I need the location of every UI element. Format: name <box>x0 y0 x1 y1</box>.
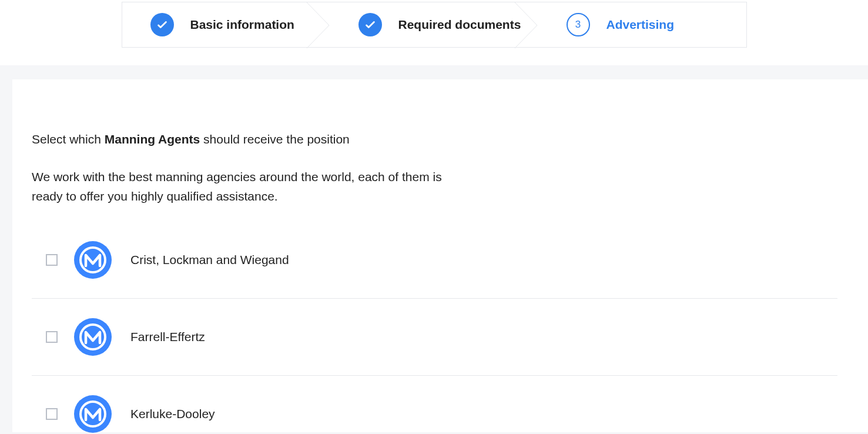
step-number-icon: 3 <box>567 13 590 36</box>
svg-point-0 <box>81 248 105 272</box>
agent-logo-icon <box>74 318 112 356</box>
step-label: Advertising <box>606 18 675 32</box>
main-card: Select which Manning Agents should recei… <box>12 79 868 432</box>
step-basic-information[interactable]: Basic information <box>122 2 330 47</box>
step-number: 3 <box>575 19 581 31</box>
svg-point-1 <box>81 325 105 349</box>
svg-point-2 <box>81 402 105 426</box>
agent-logo-icon <box>74 395 112 433</box>
agent-row[interactable]: Kerluke-Dooley <box>32 376 837 434</box>
step-separator-icon <box>307 2 330 48</box>
stepper-card: Basic information Required documents 3 A… <box>0 0 868 65</box>
agent-checkbox[interactable] <box>46 408 58 420</box>
gap <box>0 65 868 79</box>
intro-suffix: should receive the position <box>200 132 350 146</box>
check-icon <box>358 13 382 36</box>
agent-list: Crist, Lockman and Wiegand Farrell-Effer… <box>32 241 868 434</box>
agent-row[interactable]: Crist, Lockman and Wiegand <box>32 241 837 299</box>
intro-heading: Select which Manning Agents should recei… <box>32 132 868 146</box>
agent-checkbox[interactable] <box>46 254 58 266</box>
agent-logo-icon <box>74 241 112 279</box>
agent-name: Crist, Lockman and Wiegand <box>130 253 289 267</box>
step-advertising[interactable]: 3 Advertising <box>538 2 746 47</box>
step-required-documents[interactable]: Required documents <box>330 2 538 47</box>
intro-description: We work with the best manning agencies a… <box>32 168 455 206</box>
intro-prefix: Select which <box>32 132 105 146</box>
agent-name: Kerluke-Dooley <box>130 407 215 421</box>
step-label: Basic information <box>190 18 294 32</box>
agent-row[interactable]: Farrell-Effertz <box>32 299 837 376</box>
intro-bold: Manning Agents <box>105 132 200 146</box>
check-icon <box>150 13 174 36</box>
stepper: Basic information Required documents 3 A… <box>122 2 747 48</box>
agent-checkbox[interactable] <box>46 331 58 343</box>
agent-name: Farrell-Effertz <box>130 330 205 344</box>
step-label: Required documents <box>398 18 521 32</box>
